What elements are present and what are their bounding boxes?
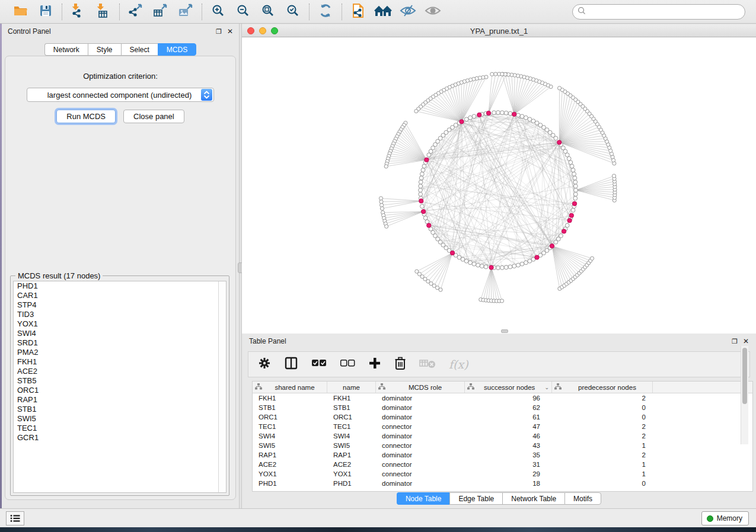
network-node[interactable] [573, 184, 578, 188]
network-node[interactable] [450, 251, 454, 255]
add-entry-button[interactable] [368, 357, 381, 372]
network-node[interactable] [460, 120, 464, 124]
network-node[interactable] [557, 86, 561, 90]
network-node[interactable] [524, 116, 528, 120]
mcds-result-item[interactable]: ORC1 [14, 386, 226, 395]
export-network-button[interactable] [127, 4, 144, 20]
network-node[interactable] [489, 265, 493, 270]
network-node[interactable] [421, 168, 425, 172]
mcds-result-item[interactable]: STP4 [14, 300, 226, 310]
search-box[interactable] [572, 4, 745, 20]
search-input[interactable] [586, 7, 740, 17]
network-node[interactable] [559, 234, 563, 238]
mcds-result-item[interactable]: TEC1 [14, 424, 226, 433]
network-node[interactable] [572, 201, 576, 206]
column-header-MCDS-role[interactable]: MCDS role [376, 382, 465, 393]
run-mcds-button[interactable]: Run MCDS [56, 110, 116, 123]
network-node[interactable] [531, 119, 535, 123]
network-node[interactable] [571, 168, 575, 172]
network-node[interactable] [480, 264, 484, 268]
network-node[interactable] [490, 72, 494, 76]
network-node[interactable] [570, 164, 574, 168]
network-node[interactable] [508, 111, 512, 116]
tab-select[interactable]: Select [121, 43, 158, 56]
mcds-result-item[interactable]: TID3 [14, 310, 226, 319]
network-node[interactable] [419, 184, 423, 188]
close-panel-button[interactable]: Close panel [123, 110, 184, 123]
save-session-button[interactable] [37, 4, 54, 20]
network-node[interactable] [520, 262, 524, 266]
table-scrollbar-thumb[interactable] [742, 348, 747, 404]
network-node[interactable] [439, 288, 442, 291]
network-node[interactable] [567, 156, 571, 161]
network-node[interactable] [427, 153, 431, 157]
network-node[interactable] [427, 223, 431, 227]
tab-mcds[interactable]: MCDS [158, 43, 196, 56]
network-node[interactable] [468, 261, 473, 265]
network-canvas[interactable] [242, 37, 756, 334]
mcds-result-item[interactable]: GCR1 [14, 433, 226, 443]
network-node[interactable] [520, 114, 524, 118]
table-scrollbar[interactable] [741, 346, 748, 444]
network-node[interactable] [508, 265, 512, 269]
mcds-result-item[interactable]: YOX1 [14, 319, 226, 329]
network-node[interactable] [612, 174, 615, 178]
network-node[interactable] [464, 117, 468, 121]
network-node[interactable] [572, 172, 576, 176]
network-node[interactable] [504, 265, 508, 270]
network-node[interactable] [379, 197, 382, 200]
tab-edge-table[interactable]: Edge Table [449, 492, 502, 505]
mcds-result-item[interactable]: STB1 [14, 405, 226, 414]
mcds-result-list[interactable]: PHD1CAR1STP4TID3YOX1SWI4SRD1PMA2FKH1ACE2… [13, 281, 227, 493]
close-table-panel-icon[interactable]: ✕ [743, 338, 749, 345]
network-node[interactable] [500, 72, 504, 76]
mcds-result-item[interactable]: STB5 [14, 376, 226, 386]
network-node[interactable] [590, 257, 594, 260]
network-node[interactable] [496, 111, 500, 115]
mcds-result-item[interactable]: PMA2 [14, 348, 226, 357]
table-row[interactable]: FKH1FKH1dominator962 [253, 393, 752, 403]
mcds-result-item[interactable]: SRD1 [14, 338, 226, 348]
network-node[interactable] [380, 207, 384, 210]
tab-network[interactable]: Network [44, 43, 88, 56]
network-node[interactable] [574, 188, 578, 193]
mcds-result-item[interactable]: FKH1 [14, 357, 226, 367]
task-history-button[interactable] [6, 511, 24, 525]
table-row[interactable]: ACE2ACE2connector311 [253, 460, 752, 469]
mcds-result-item[interactable]: PHD1 [14, 281, 226, 291]
network-node[interactable] [414, 110, 418, 113]
table-row[interactable]: RAP1RAP1dominator352 [253, 450, 752, 460]
network-node[interactable] [565, 223, 569, 227]
network-node[interactable] [464, 259, 468, 263]
mcds-result-item[interactable]: SWI5 [14, 414, 226, 424]
network-file-button[interactable] [350, 4, 366, 20]
network-node[interactable] [512, 112, 516, 116]
network-graph[interactable] [242, 37, 756, 334]
network-node[interactable] [422, 164, 426, 168]
float-table-panel-icon[interactable]: ❐ [732, 338, 738, 345]
column-header-shared-name[interactable]: shared name [253, 382, 327, 393]
network-node[interactable] [421, 209, 425, 213]
network-node[interactable] [516, 113, 521, 117]
deselect-all-button[interactable] [340, 359, 355, 370]
select-all-button[interactable] [311, 359, 327, 370]
column-header-successor-nodes[interactable]: successor nodes⌄ [465, 382, 552, 393]
network-node[interactable] [380, 203, 384, 207]
network-node[interactable] [500, 299, 503, 303]
network-node[interactable] [535, 255, 539, 259]
network-node[interactable] [496, 266, 500, 270]
network-node[interactable] [419, 192, 423, 196]
zoom-out-button[interactable] [235, 4, 251, 20]
network-node[interactable] [562, 229, 566, 233]
table-row[interactable]: SWI5SWI5connector431 [253, 441, 752, 450]
horizontal-splitter-handle[interactable] [501, 329, 508, 333]
tab-node-table[interactable]: Node Table [397, 492, 450, 505]
zoom-selected-button[interactable] [285, 4, 301, 20]
network-node[interactable] [569, 161, 573, 165]
network-node[interactable] [420, 204, 424, 209]
network-node[interactable] [500, 111, 504, 115]
mcds-result-item[interactable]: RAP1 [14, 395, 226, 405]
table-row[interactable]: ORC1ORC1dominator610 [253, 412, 752, 422]
network-node[interactable] [550, 244, 554, 248]
network-node[interactable] [571, 209, 575, 213]
